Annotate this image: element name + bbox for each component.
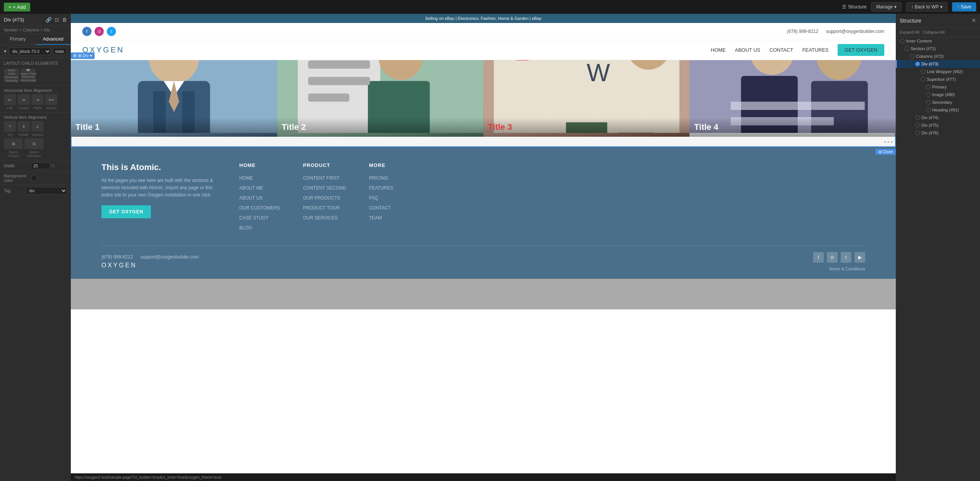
add-button[interactable]: + + Add: [4, 3, 30, 11]
color-swatch[interactable]: [31, 175, 38, 182]
element-type-selector[interactable]: ▼: [3, 49, 7, 54]
footer-link-faq[interactable]: FAQ: [369, 195, 378, 201]
contact-email: support@oxygenbuilder.com: [826, 29, 884, 34]
width-input[interactable]: [31, 162, 50, 169]
grid-item-3[interactable]: B W Title 3: [483, 60, 690, 137]
block-select[interactable]: div_block-73-2: [9, 47, 51, 55]
tag-select[interactable]: div: [26, 187, 67, 195]
align-center-icon[interactable]: ⇔: [18, 94, 30, 105]
expand-all-button[interactable]: Expand All: [900, 30, 920, 34]
canvas-iframe-wrapper: Selling on eBay | Electronics, Fashion, …: [71, 14, 896, 481]
structure-item-image80[interactable]: Image (#80): [896, 91, 980, 98]
structure-item-secondary[interactable]: Secondary: [896, 98, 980, 106]
nav-features[interactable]: FEATURES: [802, 47, 828, 53]
structure-item-div74[interactable]: Div (#74): [896, 114, 980, 121]
footer-link-features[interactable]: FEATURES: [369, 185, 393, 191]
nav-home[interactable]: HOME: [711, 47, 726, 53]
footer-link-case-study[interactable]: CASE STUDY: [239, 215, 269, 221]
state-button[interactable]: state: [52, 48, 67, 55]
stack-vertically-icon[interactable]: Stack Child Elements Vertically: [4, 69, 19, 82]
instagram-icon[interactable]: ⊙: [95, 27, 104, 36]
nav-about[interactable]: ABOUT US: [735, 47, 760, 53]
footer-instagram-icon[interactable]: ⊙: [827, 252, 838, 263]
footer-col-more: MORE PRICING FEATURES FAQ CONTACT TEAM: [369, 162, 393, 234]
footer-cta-button[interactable]: GET OXYGEN: [101, 205, 151, 218]
manage-button[interactable]: Manage ▾: [871, 2, 902, 11]
close-panel-button[interactable]: ✕: [971, 17, 976, 24]
footer-link-content-second[interactable]: CONTENT SECOND: [303, 185, 346, 191]
footer-link-about-me[interactable]: ABOUT ME: [239, 185, 263, 191]
footer-link-our-customers[interactable]: OUR CUSTOMERS: [239, 205, 280, 211]
structure-item-div76[interactable]: Div (#76): [896, 129, 980, 137]
panel-tab-row: Primary Advanced: [0, 34, 71, 45]
width-label: Width: [4, 164, 31, 168]
space-between-icon[interactable]: ⊟: [24, 138, 44, 149]
footer-terms[interactable]: Terms & Conditions: [829, 267, 865, 271]
collapse-all-button[interactable]: Collapse All: [923, 30, 944, 34]
link-icon[interactable]: 🔗: [46, 17, 52, 23]
structure-item-div75[interactable]: Div (#75): [896, 121, 980, 129]
structure-item-primary[interactable]: Primary: [896, 83, 980, 91]
stack-horizontally-icon[interactable]: Stack Child Elements Horizontally: [21, 69, 36, 82]
footer-description: All the pages you see here are built wit…: [101, 177, 216, 199]
structure-item-superbox77[interactable]: Superbox (#77): [896, 75, 980, 83]
footer-link-our-services[interactable]: OUR SERVICES: [303, 215, 337, 221]
grid-item-4-overlay: Title 4: [689, 118, 896, 137]
align-stretch-icon[interactable]: ⟺: [45, 94, 57, 105]
circle-icon: [926, 108, 931, 112]
align-bottom-icon[interactable]: ⤓: [31, 121, 44, 132]
twitter-icon[interactable]: t: [107, 27, 116, 36]
footer-twitter-icon[interactable]: t: [841, 252, 851, 263]
align-left-icon[interactable]: ⇤: [4, 94, 16, 105]
delete-icon[interactable]: 🗑: [62, 17, 67, 23]
back-to-wp-button[interactable]: ↑ Back to WP ▾: [906, 2, 947, 11]
grid-item-2[interactable]: Title 2: [277, 60, 483, 137]
main-layout: Div (#73) 🔗 ⊡ 🗑 Section > Columns > Div …: [0, 14, 980, 481]
tab-primary[interactable]: Primary: [0, 34, 36, 45]
footer-link-contact[interactable]: CONTACT: [369, 205, 391, 211]
footer-col-product: PRODUCT CONTENT FIRST CONTENT SECOND OUR…: [303, 162, 346, 234]
footer-link-pricing[interactable]: PRICING: [369, 175, 388, 181]
footer-link-our-products[interactable]: OUR PRODUCTS: [303, 195, 340, 201]
svg-text:W: W: [586, 60, 610, 87]
footer-col2-list: CONTENT FIRST CONTENT SECOND OUR PRODUCT…: [303, 174, 346, 221]
structure-item-columns72[interactable]: Columns (#72): [896, 52, 980, 60]
tab-advanced[interactable]: Advanced: [36, 34, 71, 45]
facebook-icon[interactable]: f: [82, 27, 91, 36]
width-row: Width %: [0, 160, 71, 171]
copy-icon[interactable]: ⊡: [55, 17, 59, 23]
grid-item-1[interactable]: Title 1: [71, 60, 277, 137]
footer-link-about-us[interactable]: ABOUT US: [239, 195, 263, 201]
v-top-label: Top: [4, 133, 16, 137]
footer-link-home[interactable]: HOME: [239, 175, 253, 181]
nav-contact[interactable]: CONTACT: [769, 47, 793, 53]
footer-youtube-icon[interactable]: ▶: [854, 252, 865, 263]
save-button[interactable]: ↑ Save: [952, 2, 976, 11]
footer-email: support@oxygenbuilder.com: [140, 254, 199, 260]
breadcrumb: Section > Columns > Div: [0, 26, 71, 34]
grid-title-1: Title 1: [75, 122, 100, 132]
grid-item-4[interactable]: Title 4: [689, 60, 896, 137]
footer-link-blog[interactable]: BLOG: [239, 225, 252, 231]
align-top-icon[interactable]: ⤒: [4, 121, 16, 132]
structure-item-section71[interactable]: Section (#71): [896, 45, 980, 52]
tag-row: Tag div: [0, 185, 71, 196]
div-indicator-label[interactable]: ⊞ ⊞ Div ▾: [71, 52, 95, 59]
footer-link-content-first[interactable]: CONTENT FIRST: [303, 175, 340, 181]
site-nav-bar: OXYGEN HOME ABOUT US CONTACT FEATURES GE…: [71, 40, 896, 60]
footer-link-team[interactable]: TEAM: [369, 215, 382, 221]
right-panel-header: Structure ✕: [896, 14, 980, 28]
structure-item-heading81[interactable]: Heading (#81): [896, 106, 980, 114]
contact-phone: (678) 999-8212: [787, 29, 818, 34]
footer-facebook-icon[interactable]: f: [813, 252, 824, 263]
structure-item-link-wrapper82[interactable]: Link Wrapper (#82): [896, 68, 980, 75]
structure-item-inner-content[interactable]: Inner Content: [896, 37, 980, 45]
space-around-icon[interactable]: ⊞: [4, 138, 23, 149]
extra-align-icons: ⊞ ⊟: [4, 138, 67, 149]
align-middle-icon[interactable]: ⇕: [18, 121, 30, 132]
clone-button[interactable]: ⊞ Clone: [875, 149, 896, 155]
nav-cta[interactable]: GET OXYGEN: [838, 44, 884, 56]
footer-link-product-tour[interactable]: PRODUCT TOUR: [303, 205, 340, 211]
align-right-icon[interactable]: ⇥: [31, 94, 44, 105]
structure-item-div73[interactable]: Div (#73): [896, 60, 980, 68]
